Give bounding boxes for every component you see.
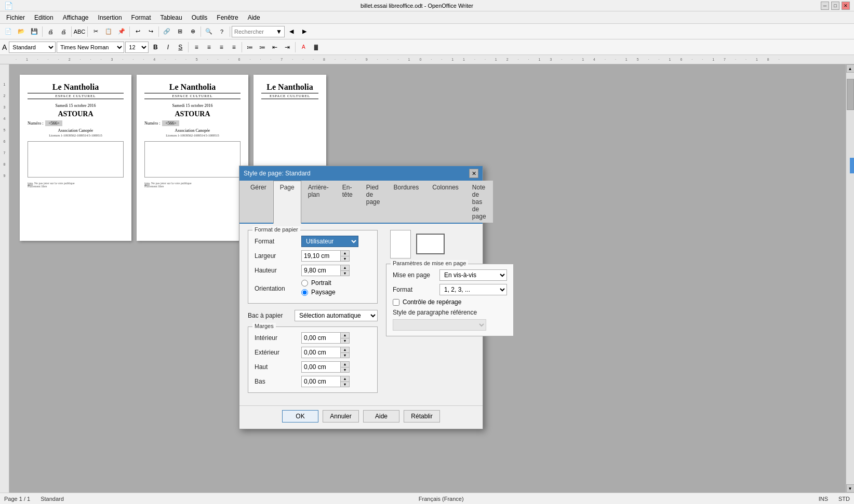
increase-indent-button[interactable]: ⇥	[282, 42, 293, 53]
paste-button[interactable]: 📌	[115, 25, 128, 38]
close-button[interactable]: ✕	[842, 2, 850, 10]
redo-button[interactable]: ↪	[144, 25, 157, 38]
width-input[interactable]	[301, 250, 340, 262]
font-select[interactable]: Times New Roman	[57, 42, 124, 53]
menu-edition[interactable]: Edition	[30, 12, 58, 23]
menu-fenetre[interactable]: Fenêtre	[212, 12, 242, 23]
width-down-button[interactable]: ▼	[341, 256, 349, 262]
tab-arriere-plan[interactable]: Arrière-plan	[301, 181, 336, 223]
format-numbering-select[interactable]: 1, 2, 3, ...	[439, 284, 507, 295]
search-input[interactable]	[234, 29, 276, 35]
list-unordered-button[interactable]: ≔	[257, 42, 268, 53]
cut-button[interactable]: ✂	[89, 25, 102, 38]
save-button[interactable]: 💾	[28, 25, 41, 38]
format-select[interactable]: Utilisateur	[301, 236, 358, 247]
hyperlink-button[interactable]: 🔗	[161, 25, 173, 38]
separator-fmt	[188, 42, 189, 52]
reset-button[interactable]: Rétablir	[404, 410, 440, 423]
align-center-button[interactable]: ≡	[203, 42, 215, 53]
paper-tray-select[interactable]: Sélection automatique	[295, 310, 378, 321]
window-controls[interactable]: ─ □ ✕	[821, 2, 850, 10]
list-ordered-button[interactable]: ≔	[244, 42, 256, 53]
highlight-button[interactable]: ▓	[310, 42, 322, 53]
portrait-radio[interactable]	[301, 280, 308, 287]
copy-button[interactable]: 📋	[102, 25, 115, 38]
find-button[interactable]: 🔍	[203, 25, 215, 38]
height-down-button[interactable]: ▼	[341, 271, 349, 276]
landscape-radio[interactable]	[301, 289, 308, 296]
menu-aide[interactable]: Aide	[244, 12, 264, 23]
italic-button[interactable]: I	[162, 42, 174, 53]
style-select[interactable]: Standard	[9, 42, 56, 53]
scroll-up-button[interactable]: ▲	[846, 64, 855, 73]
tab-en-tete[interactable]: En-tête	[336, 181, 359, 223]
search-next-button[interactable]: ▶	[298, 25, 311, 38]
bas-input[interactable]	[301, 376, 340, 387]
menu-insertion[interactable]: Insertion	[94, 12, 126, 23]
align-justify-button[interactable]: ≡	[228, 42, 239, 53]
menu-format[interactable]: Format	[127, 12, 155, 23]
tab-colonnes[interactable]: Colonnes	[425, 181, 465, 223]
status-page: Page 1 / 1	[4, 496, 30, 502]
tab-gerer[interactable]: Gérer	[244, 181, 273, 223]
print-button[interactable]: 🖨	[57, 25, 70, 38]
search-dropdown-icon[interactable]: ▼	[276, 28, 282, 35]
menu-affichage[interactable]: Affichage	[59, 12, 93, 23]
underline-button[interactable]: S	[175, 42, 186, 53]
bold-button[interactable]: B	[150, 42, 161, 53]
scrollbar-track[interactable]	[846, 73, 854, 484]
insert-button[interactable]: ⊕	[186, 25, 199, 38]
interieur-down-button[interactable]: ▼	[341, 338, 349, 344]
tab-page[interactable]: Page	[273, 181, 301, 224]
page-image-2	[144, 141, 241, 178]
scrollbar-vertical[interactable]: ▲ ▼	[846, 64, 854, 493]
dialog-close-button[interactable]: ✕	[469, 169, 478, 178]
ok-button[interactable]: OK	[282, 410, 318, 423]
menu-fichier[interactable]: Fichier	[2, 12, 29, 23]
new-button[interactable]: 📄	[2, 25, 15, 38]
undo-button[interactable]: ↩	[131, 25, 144, 38]
minimize-button[interactable]: ─	[821, 2, 829, 10]
maximize-button[interactable]: □	[831, 2, 839, 10]
font-size-select[interactable]: 12	[125, 42, 149, 53]
cancel-button[interactable]: Annuler	[323, 410, 359, 423]
scrollbar-thumb[interactable]	[847, 79, 854, 110]
help-button[interactable]: Aide	[363, 410, 399, 423]
menu-outils[interactable]: Outils	[188, 12, 212, 23]
spellcheck-button[interactable]: ABC	[73, 25, 86, 38]
width-up-button[interactable]: ▲	[341, 251, 349, 256]
controle-checkbox[interactable]	[393, 299, 399, 306]
exterieur-input[interactable]	[301, 347, 340, 358]
ruler-marks: ·1···2···3···4···5···6···7···8···9···10·…	[16, 58, 789, 61]
bas-up-button[interactable]: ▲	[341, 376, 349, 382]
format-row: Format Utilisateur	[255, 236, 371, 247]
interieur-up-button[interactable]: ▲	[341, 333, 349, 338]
mise-en-page-select[interactable]: En vis-à-vis	[439, 269, 507, 281]
search-box[interactable]: ▼	[232, 26, 285, 37]
font-color-button[interactable]: A	[298, 42, 309, 53]
menu-tableau[interactable]: Tableau	[156, 12, 186, 23]
open-button[interactable]: 📂	[15, 25, 28, 38]
tab-note[interactable]: Note de bas de page	[465, 181, 493, 223]
haut-up-button[interactable]: ▲	[341, 362, 349, 367]
search-prev-button[interactable]: ◀	[285, 25, 298, 38]
print-preview-button[interactable]: 🖨	[44, 25, 57, 38]
orientation-row: Orientation Portrait Paysage	[255, 279, 371, 298]
help-button[interactable]: ?	[216, 25, 228, 38]
table-button[interactable]: ⊞	[174, 25, 186, 38]
decrease-indent-button[interactable]: ⇤	[269, 42, 281, 53]
side-decoration	[850, 158, 854, 173]
interieur-input[interactable]	[301, 332, 340, 344]
haut-down-button[interactable]: ▼	[341, 367, 349, 373]
tab-bordures[interactable]: Bordures	[386, 181, 425, 223]
align-left-button[interactable]: ≡	[191, 42, 202, 53]
tab-pied-de-page[interactable]: Pied de page	[359, 181, 387, 223]
scroll-down-button[interactable]: ▼	[846, 484, 855, 493]
exterieur-down-button[interactable]: ▼	[341, 353, 349, 358]
height-input[interactable]	[301, 265, 340, 276]
bas-down-button[interactable]: ▼	[341, 382, 349, 387]
haut-input[interactable]	[301, 361, 340, 373]
align-right-button[interactable]: ≡	[216, 42, 227, 53]
exterieur-up-button[interactable]: ▲	[341, 347, 349, 353]
height-up-button[interactable]: ▲	[341, 265, 349, 271]
